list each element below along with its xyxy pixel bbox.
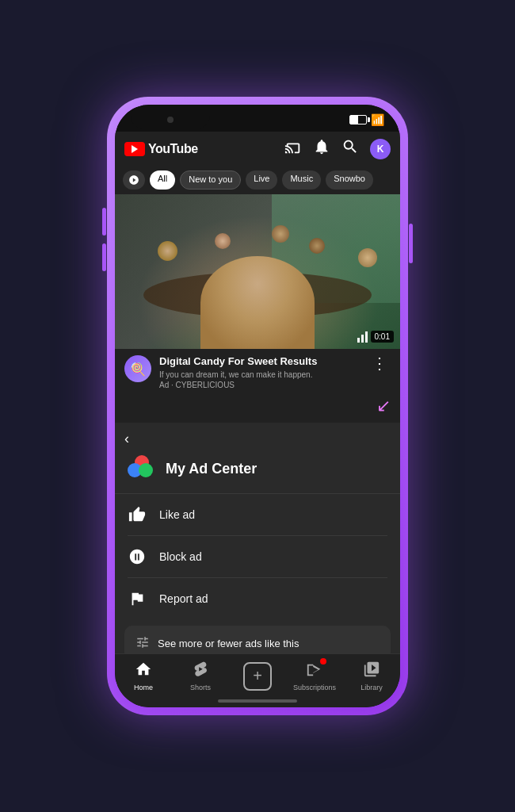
block-icon — [128, 547, 147, 566]
chip-snowbo[interactable]: Snowbo — [326, 170, 373, 190]
search-icon[interactable] — [341, 138, 359, 159]
ad-meta: Ad · CYBERLICIOUS — [159, 381, 360, 389]
youtube-logo-icon — [124, 142, 145, 156]
power-button[interactable] — [409, 224, 413, 263]
person-3 — [272, 225, 289, 243]
play-triangle — [132, 145, 138, 153]
video-duration: 0:01 — [371, 331, 394, 343]
nav-library-label: Library — [360, 684, 383, 691]
filter-bar: All New to you Live Music Snowbo — [115, 166, 400, 194]
home-indicator — [115, 696, 400, 707]
nav-subscriptions-label: Subscriptions — [293, 684, 336, 691]
see-more-header: See more or fewer ads like this — [135, 635, 380, 653]
icon-circle-3 — [139, 463, 153, 477]
battery-fill — [350, 116, 358, 124]
explore-chip[interactable] — [123, 170, 145, 190]
status-bar: 📶 — [115, 105, 400, 132]
video-quality-bars — [357, 331, 368, 343]
plus-icon: + — [253, 667, 262, 685]
home-icon — [135, 661, 152, 682]
library-icon — [363, 661, 380, 682]
sliders-icon — [135, 635, 150, 653]
battery-icon — [349, 115, 367, 124]
like-ad-label: Like ad — [159, 508, 195, 521]
bell-icon[interactable] — [313, 138, 330, 159]
chip-live[interactable]: Live — [246, 170, 277, 190]
block-ad-label: Block ad — [159, 550, 202, 563]
ad-channel: CYBERLICIOUS — [176, 381, 235, 389]
nav-shorts[interactable]: Shorts — [172, 661, 229, 691]
person-2 — [215, 233, 231, 249]
person-1 — [158, 241, 177, 261]
phone-frame: 📶 YouTube K — [107, 97, 408, 715]
ad-text: Digital Candy For Sweet Results If you c… — [159, 355, 360, 389]
thumbs-up-icon — [128, 505, 147, 524]
ad-info-row: 🍭 Digital Candy For Sweet Results If you… — [115, 349, 400, 396]
subscriptions-icon-wrap — [306, 661, 323, 682]
report-ad-item[interactable]: Report ad — [128, 578, 387, 619]
thumb-person — [200, 256, 315, 349]
ad-center-title: My Ad Center — [166, 461, 257, 477]
ad-label: Ad — [159, 381, 169, 389]
see-more-title: See more or fewer ads like this — [158, 638, 299, 649]
youtube-logo-text: YouTube — [148, 142, 198, 156]
nav-library[interactable]: Library — [343, 661, 400, 691]
nav-home[interactable]: Home — [115, 661, 172, 691]
report-ad-label: Report ad — [159, 592, 208, 605]
flag-icon — [128, 589, 147, 608]
ad-more-button[interactable]: ⋮ — [368, 355, 391, 371]
status-icons: 📶 — [349, 113, 384, 126]
chip-new-to-you[interactable]: New to you — [180, 170, 241, 190]
ad-title: Digital Candy For Sweet Results — [159, 355, 360, 369]
block-ad-item[interactable]: Block ad — [128, 536, 387, 578]
video-thumbnail[interactable]: 0:01 — [115, 194, 400, 349]
youtube-header: YouTube K — [115, 132, 400, 166]
like-ad-item[interactable]: Like ad — [128, 494, 387, 536]
home-bar — [218, 699, 297, 703]
ad-description: If you can dream it, we can make it happ… — [159, 370, 312, 379]
chip-music[interactable]: Music — [282, 170, 321, 190]
ad-channel-icon: 🍭 — [124, 355, 151, 382]
phone-screen: 📶 YouTube K — [115, 105, 400, 707]
pink-arrow-icon: ↙ — [376, 396, 391, 416]
subscriptions-badge — [320, 658, 326, 665]
back-button-row: ‹ — [115, 423, 400, 450]
chip-all[interactable]: All — [150, 170, 175, 190]
see-more-section: See more or fewer ads like this Topic − … — [124, 626, 391, 653]
arrow-annotation: ↙ — [115, 396, 400, 423]
person-4 — [309, 238, 325, 254]
nav-subscriptions[interactable]: Subscriptions — [286, 661, 343, 691]
camera-dot — [167, 117, 174, 123]
nav-add[interactable]: + — [229, 662, 286, 691]
back-button[interactable]: ‹ — [124, 431, 129, 447]
volume-down-button[interactable] — [102, 243, 106, 271]
avatar[interactable]: K — [370, 139, 391, 159]
add-button[interactable]: + — [243, 662, 272, 691]
ad-center-header: My Ad Center — [115, 450, 400, 494]
notch — [131, 111, 210, 128]
header-icons: K — [284, 138, 391, 159]
cast-icon[interactable] — [284, 138, 302, 159]
youtube-logo[interactable]: YouTube — [124, 142, 198, 156]
nav-home-label: Home — [134, 684, 153, 691]
nav-shorts-label: Shorts — [190, 684, 211, 691]
ad-subtitle: If you can dream it, we can make it happ… — [159, 370, 360, 379]
ad-center-icon — [128, 455, 156, 484]
volume-up-button[interactable] — [102, 208, 106, 236]
ad-action-list: Like ad Block ad Report ad — [115, 494, 400, 619]
wifi-icon: 📶 — [371, 113, 384, 126]
ad-center-panel: ‹ My Ad Center Like ad — [115, 423, 400, 653]
bottom-nav: Home Shorts + Subscriptions — [115, 653, 400, 696]
shorts-icon — [192, 661, 209, 682]
thumbnail-image — [115, 194, 400, 349]
